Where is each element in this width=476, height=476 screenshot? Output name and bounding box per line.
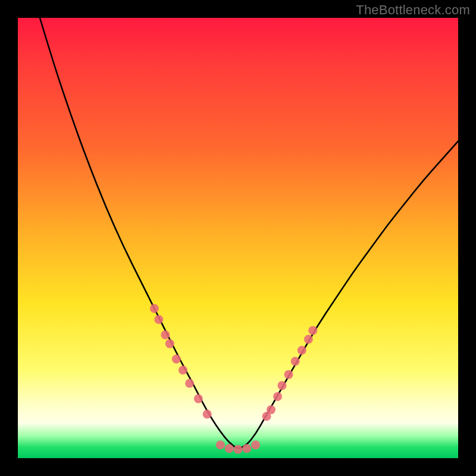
marker-dot <box>161 330 170 339</box>
marker-dot <box>225 444 234 453</box>
marker-dot <box>278 381 287 390</box>
marker-dot <box>291 357 300 366</box>
curve-layer <box>18 18 458 458</box>
marker-dot <box>194 394 203 403</box>
marker-dot <box>150 304 159 313</box>
marker-layer <box>150 304 317 454</box>
marker-dot <box>273 392 282 401</box>
marker-dot <box>298 346 306 355</box>
marker-dot <box>203 410 212 419</box>
marker-dot <box>185 379 194 388</box>
marker-dot <box>267 405 275 414</box>
marker-dot <box>178 366 187 375</box>
marker-dot <box>308 326 317 335</box>
marker-dot <box>154 315 163 324</box>
marker-dot <box>251 440 260 449</box>
bottleneck-curve <box>40 18 458 448</box>
marker-dot <box>242 444 251 453</box>
chart-frame: TheBottleneck.com <box>0 0 476 476</box>
marker-dot <box>172 355 181 364</box>
marker-dot <box>284 370 293 379</box>
watermark-text: TheBottleneck.com <box>356 2 470 18</box>
plot-area <box>18 18 458 458</box>
marker-dot <box>165 339 174 348</box>
marker-dot <box>304 335 313 344</box>
marker-dot <box>234 445 243 454</box>
marker-dot <box>216 440 225 449</box>
